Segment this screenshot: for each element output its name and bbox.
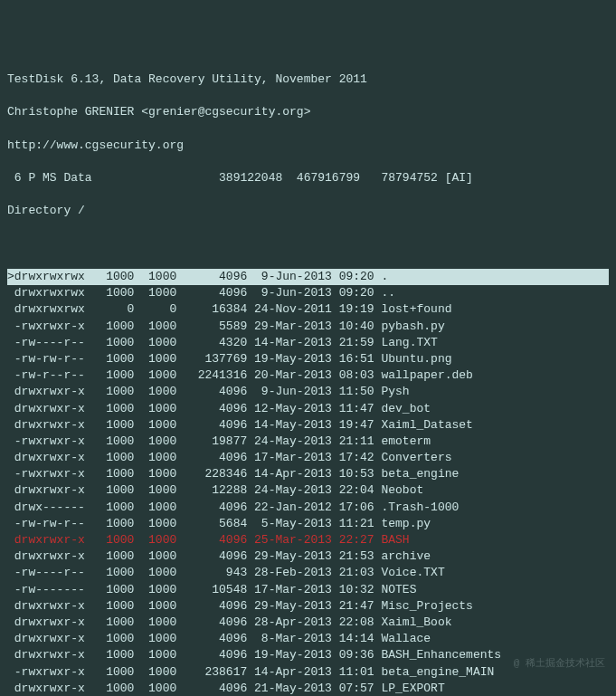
file-row[interactable]: drwxrwxr-x 1000 1000 4096 8-Mar-2013 14:…	[7, 631, 609, 647]
file-row[interactable]: drwx------ 1000 1000 4096 22-Jan-2012 17…	[7, 500, 609, 516]
file-row[interactable]: -rw----r-- 1000 1000 4320 14-Mar-2013 21…	[7, 335, 609, 351]
file-row[interactable]: drwxrwxrwx 0 0 16384 24-Nov-2011 19:19 l…	[7, 301, 609, 318]
file-row[interactable]: drwxrwxr-x 1000 1000 4096 29-May-2013 21…	[7, 598, 609, 615]
file-row[interactable]: drwxrwxr-x 1000 1000 4096 12-May-2013 11…	[7, 401, 609, 417]
file-row[interactable]: drwxrwxr-x 1000 1000 4096 29-May-2013 21…	[7, 548, 609, 565]
file-row[interactable]: drwxrwxr-x 1000 1000 4096 28-Apr-2013 22…	[7, 615, 609, 631]
watermark: @ 稀土掘金技术社区	[514, 657, 605, 671]
file-list[interactable]: >drwxrwxrwx 1000 1000 4096 9-Jun-2013 09…	[7, 269, 609, 696]
file-row[interactable]: drwxrwxrwx 1000 1000 4096 9-Jun-2013 09:…	[7, 285, 609, 301]
file-row[interactable]: drwxrwxr-x 1000 1000 12288 24-May-2013 2…	[7, 482, 609, 499]
app-url: http://www.cgsecurity.org	[7, 138, 609, 154]
file-row[interactable]: -rw------- 1000 1000 10548 17-Mar-2013 1…	[7, 582, 609, 598]
file-row[interactable]: -rwxrwxr-x 1000 1000 5589 29-Mar-2013 10…	[7, 319, 609, 335]
file-row[interactable]: drwxrwxr-x 1000 1000 4096 25-Mar-2013 22…	[7, 532, 609, 548]
file-row[interactable]: -rwxrwxr-x 1000 1000 19877 24-May-2013 2…	[7, 434, 609, 450]
partition-info: 6 P MS Data 389122048 467916799 78794752…	[7, 170, 609, 186]
file-row[interactable]: drwxrwxr-x 1000 1000 4096 14-May-2013 19…	[7, 417, 609, 434]
app-title: TestDisk 6.13, Data Recovery Utility, No…	[7, 72, 609, 88]
file-row[interactable]: drwxrwxr-x 1000 1000 4096 21-May-2013 07…	[7, 681, 609, 696]
file-row[interactable]: >drwxrwxrwx 1000 1000 4096 9-Jun-2013 09…	[7, 269, 609, 285]
file-row[interactable]: -rw-rw-r-- 1000 1000 5684 5-May-2013 11:…	[7, 516, 609, 532]
directory-path: Directory /	[7, 203, 609, 219]
file-row[interactable]: drwxrwxr-x 1000 1000 4096 17-Mar-2013 17…	[7, 450, 609, 466]
file-row[interactable]: -rw-rw-r-- 1000 1000 137769 19-May-2013 …	[7, 351, 609, 367]
file-row[interactable]: -rw----r-- 1000 1000 943 28-Feb-2013 21:…	[7, 565, 609, 581]
file-row[interactable]: -rwxrwxr-x 1000 1000 228346 14-Apr-2013 …	[7, 466, 609, 482]
blank-line	[7, 236, 609, 253]
file-row[interactable]: -rw-r--r-- 1000 1000 2241316 20-Mar-2013…	[7, 367, 609, 384]
app-author: Christophe GRENIER <grenier@cgsecurity.o…	[7, 104, 609, 120]
file-row[interactable]: drwxrwxr-x 1000 1000 4096 9-Jun-2013 11:…	[7, 384, 609, 400]
